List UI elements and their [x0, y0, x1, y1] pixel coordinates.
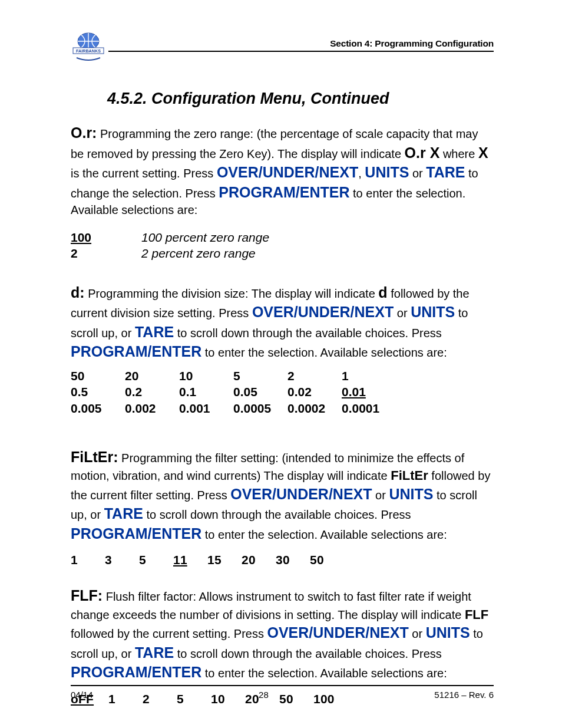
text: or — [409, 167, 426, 180]
d-option: 0.01 — [342, 384, 396, 400]
text: , — [358, 167, 365, 180]
units-key: UNITS — [426, 624, 470, 641]
header-bar: FAIRBANKS Section 4: Programming Configu… — [71, 32, 494, 62]
text: to enter the selection. Available select… — [201, 667, 447, 680]
text: where — [439, 147, 478, 160]
text: to enter the selection. Available select… — [201, 528, 447, 541]
section-header: Section 4: Programming Configuration — [108, 38, 494, 52]
over-under-next-key: OVER/UNDER/NEXT — [252, 304, 394, 320]
body-content: O.r: Programming the zero range: (the pe… — [71, 123, 494, 707]
or-option-row: 2 2 percent zero range — [71, 246, 494, 262]
d-option: 20 — [125, 368, 179, 384]
text: to scroll down through the available cho… — [174, 327, 442, 340]
d-grid-row: 0.0050.0020.0010.00050.00020.0001 — [71, 400, 494, 417]
filter-paragraph: FiLtEr: Programming the filter setting: … — [71, 447, 494, 543]
d-option: 0.1 — [179, 384, 233, 400]
text: to enter the selection. Available select… — [201, 346, 447, 359]
x-var: X — [478, 144, 488, 161]
filter-option: 11 — [173, 552, 207, 568]
tare-key: TARE — [135, 324, 174, 340]
d-grid-row: 0.50.20.10.050.020.01 — [71, 384, 494, 400]
tare-key: TARE — [426, 164, 465, 180]
d-option: 0.2 — [125, 384, 179, 400]
d-option: 0.0005 — [233, 400, 287, 417]
filter-option: 5 — [139, 552, 173, 568]
d-options-grid: 5020105210.50.20.10.050.020.010.0050.002… — [71, 368, 494, 417]
text: or — [409, 627, 426, 640]
or-paragraph: O.r: Programming the zero range: (the pe… — [71, 123, 494, 218]
d-option: 10 — [179, 368, 233, 384]
program-enter-key: PROGRAM/ENTER — [219, 184, 349, 200]
d-option: 0.0002 — [287, 400, 342, 417]
filter-option: 20 — [242, 552, 276, 568]
units-key: UNITS — [365, 164, 409, 180]
filter-option: 3 — [105, 552, 139, 568]
text: Flush filter factor: Allows instrument t… — [71, 590, 471, 621]
footer: 04/14 28 51216 – Rev. 6 — [71, 685, 494, 700]
filter-lead: FiLtEr: — [71, 449, 118, 465]
over-under-next-key: OVER/UNDER/NEXT — [217, 164, 358, 180]
or-lead: O.r: — [71, 124, 97, 141]
program-enter-key: PROGRAM/ENTER — [71, 525, 201, 542]
tare-key: TARE — [135, 644, 174, 661]
footer-page-number: 28 — [259, 690, 269, 700]
or-options: 100 100 percent zero range 2 2 percent z… — [71, 230, 494, 262]
text: or — [394, 307, 411, 319]
tare-key: TARE — [104, 505, 143, 522]
fairbanks-logo: FAIRBANKS — [71, 32, 106, 62]
page: FAIRBANKS Section 4: Programming Configu… — [0, 0, 562, 728]
units-key: UNITS — [389, 486, 433, 502]
program-enter-key: PROGRAM/ENTER — [71, 664, 201, 680]
flf-paragraph: FLF: Flush filter factor: Allows instrum… — [71, 586, 494, 682]
logo-text: FAIRBANKS — [76, 48, 101, 54]
over-under-next-key: OVER/UNDER/NEXT — [267, 624, 409, 641]
filter-option: 1 — [71, 552, 105, 568]
or-option-2: 2 — [71, 246, 141, 262]
text: is the current setting. Press — [71, 167, 217, 180]
d-paragraph: d: Programming the division size: The di… — [71, 283, 494, 362]
units-key: UNITS — [411, 304, 455, 320]
d-lead: d: — [71, 284, 85, 301]
filter-option: 50 — [310, 552, 344, 568]
text: or — [372, 489, 389, 502]
or-option-100: 100 — [71, 230, 141, 246]
d-option: 0.02 — [287, 384, 342, 400]
or-option-row: 100 100 percent zero range — [71, 230, 494, 246]
flf-lead: FLF: — [71, 587, 103, 604]
d-option: 0.0001 — [342, 400, 396, 417]
d-option: 2 — [287, 368, 342, 384]
d-word: d — [378, 284, 387, 301]
d-option: 0.001 — [179, 400, 233, 417]
filter-word: FiLtEr — [391, 468, 428, 483]
program-enter-key: PROGRAM/ENTER — [71, 343, 201, 360]
d-option: 50 — [71, 368, 125, 384]
filter-options-row: 1351115203050 — [71, 552, 494, 568]
d-option: 0.005 — [71, 400, 125, 417]
d-grid-row: 502010521 — [71, 368, 494, 384]
footer-rev: 51216 – Rev. 6 — [434, 690, 494, 700]
text: to scroll down through the available cho… — [143, 508, 411, 521]
footer-date: 04/14 — [71, 690, 93, 700]
d-option: 5 — [233, 368, 287, 384]
text: Programming the division size: The displ… — [85, 287, 379, 300]
d-option: 0.002 — [125, 400, 179, 417]
over-under-next-key: OVER/UNDER/NEXT — [230, 486, 372, 502]
page-title: 4.5.2. Configuration Menu, Continued — [107, 90, 494, 108]
or-x: O.r X — [405, 144, 440, 161]
d-option: 1 — [342, 368, 396, 384]
filter-option: 30 — [276, 552, 310, 568]
text: followed by the current setting. Press — [71, 627, 267, 640]
d-option: 0.5 — [71, 384, 125, 400]
filter-option: 15 — [207, 552, 242, 568]
or-option-2-desc: 2 percent zero range — [141, 246, 256, 262]
text: to scroll down through the available cho… — [174, 647, 442, 660]
or-option-100-desc: 100 percent zero range — [141, 230, 269, 246]
flf-word: FLF — [465, 607, 488, 622]
d-option: 0.05 — [233, 384, 287, 400]
